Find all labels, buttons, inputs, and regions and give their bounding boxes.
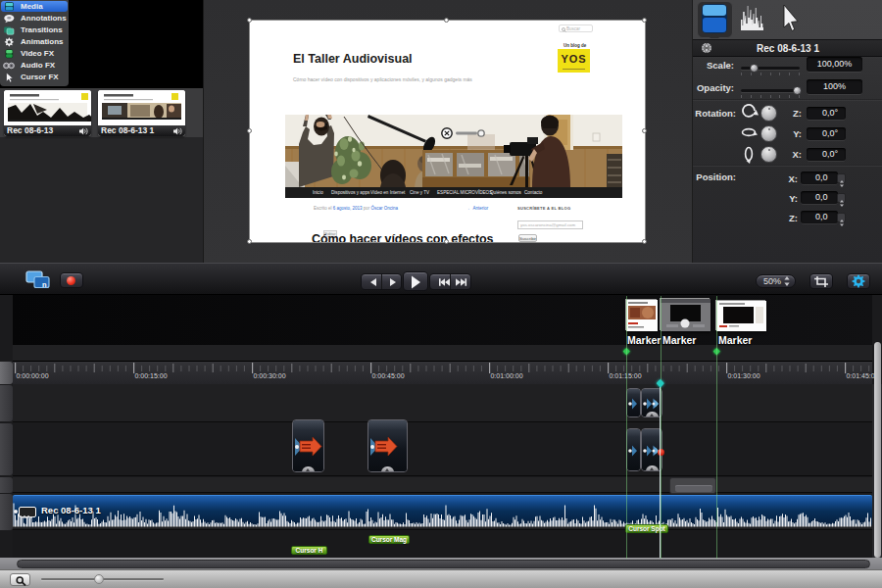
svg-text:n: n [42,280,47,289]
